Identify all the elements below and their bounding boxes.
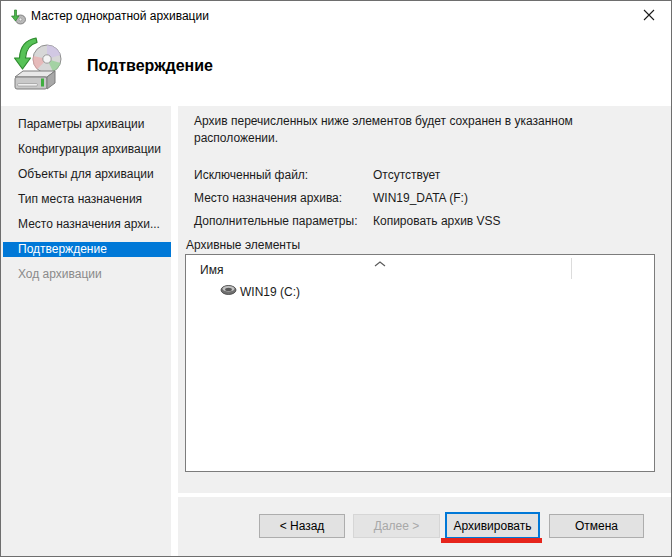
footer-divider bbox=[178, 493, 671, 497]
step-backup-destination[interactable]: Место назначения архи... bbox=[3, 217, 171, 232]
step-confirmation[interactable]: Подтверждение bbox=[3, 242, 171, 257]
page-title: Подтверждение bbox=[87, 57, 213, 75]
summary-fields: Исключенный файл: Отсутствует Место назн… bbox=[194, 164, 501, 233]
backup-items-list: Имя WIN19 (C:) bbox=[185, 254, 655, 472]
field-value-destination: WIN19_DATA (F:) bbox=[373, 187, 501, 210]
backup-drive-icon bbox=[11, 36, 65, 96]
column-header-name[interactable]: Имя bbox=[186, 255, 654, 281]
field-label-advanced-options: Дополнительные параметры: bbox=[194, 210, 373, 233]
list-item-label: WIN19 (C:) bbox=[240, 285, 300, 299]
field-value-advanced-options: Копировать архив VSS bbox=[373, 210, 501, 233]
list-item[interactable]: WIN19 (C:) bbox=[186, 283, 652, 300]
wizard-steps: Параметры архивации Конфигурация архивац… bbox=[3, 117, 171, 282]
next-button: Далее > bbox=[353, 514, 440, 538]
backup-app-icon bbox=[10, 9, 26, 25]
wizard-window: Мастер однократной архивации bbox=[0, 0, 672, 557]
field-label-excluded-file: Исключенный файл: bbox=[194, 164, 373, 187]
step-backup-progress: Ход архивации bbox=[3, 267, 171, 282]
backup-button[interactable]: Архивировать bbox=[445, 512, 540, 539]
window-title: Мастер однократной архивации bbox=[31, 1, 209, 32]
back-button[interactable]: < Назад bbox=[259, 514, 345, 538]
column-separator bbox=[571, 258, 572, 279]
annotation-red-underline bbox=[441, 538, 542, 543]
step-backup-configuration[interactable]: Конфигурация архивации bbox=[3, 142, 171, 157]
cancel-button[interactable]: Отмена bbox=[549, 514, 644, 538]
sidebar-content-divider bbox=[171, 106, 178, 556]
field-value-excluded-file: Отсутствует bbox=[373, 164, 501, 187]
close-button[interactable] bbox=[626, 1, 671, 32]
field-label-destination: Место назначения архива: bbox=[194, 187, 373, 210]
step-destination-type[interactable]: Тип места назначения bbox=[3, 192, 171, 207]
column-header-label: Имя bbox=[200, 263, 223, 277]
step-backup-options[interactable]: Параметры архивации bbox=[3, 117, 171, 132]
sort-ascending-icon bbox=[374, 256, 386, 270]
close-icon bbox=[643, 9, 655, 24]
intro-text: Архив перечисленных ниже элементов будет… bbox=[194, 113, 646, 147]
step-backup-items[interactable]: Объекты для архивации bbox=[3, 167, 171, 182]
backup-items-label: Архивные элементы bbox=[186, 238, 300, 252]
disk-icon bbox=[220, 284, 240, 299]
titlebar: Мастер однократной архивации bbox=[1, 1, 671, 32]
